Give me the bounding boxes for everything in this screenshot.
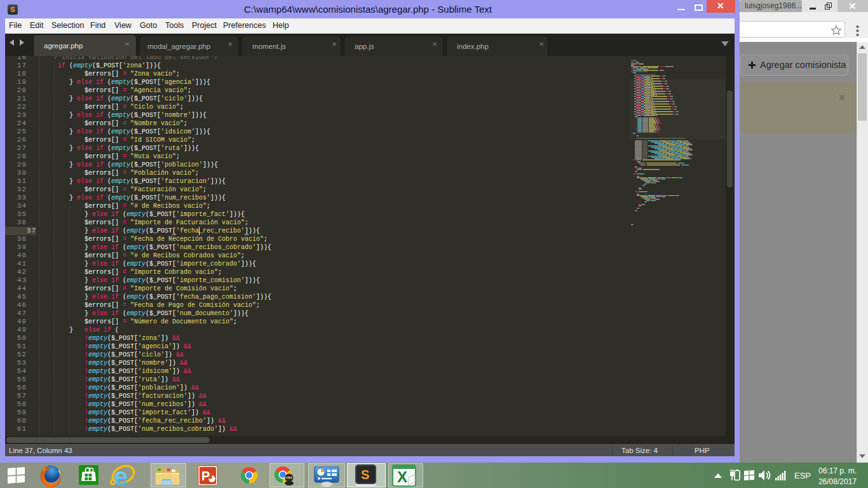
- svg-text:P: P: [201, 469, 210, 483]
- svg-text:e: e: [114, 463, 128, 488]
- svg-text:S: S: [361, 468, 369, 482]
- svg-text:X: X: [397, 468, 407, 485]
